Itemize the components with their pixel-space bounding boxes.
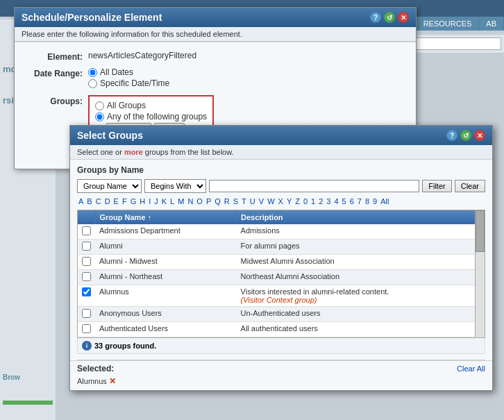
- alpha-B[interactable]: B: [85, 197, 93, 205]
- specific-date-option[interactable]: Specific Date/Time: [88, 78, 405, 88]
- alpha-8[interactable]: 8: [364, 197, 371, 205]
- alpha-Y[interactable]: Y: [285, 197, 293, 205]
- alpha-M[interactable]: M: [176, 197, 185, 205]
- alpha-U[interactable]: U: [249, 197, 257, 205]
- element-label: Element:: [26, 51, 88, 62]
- all-dates-option[interactable]: All Dates: [88, 67, 405, 77]
- alpha-A[interactable]: A: [77, 197, 85, 205]
- remove-tag-button[interactable]: ✕: [109, 376, 116, 386]
- groups-refresh-icon[interactable]: ↺: [460, 130, 471, 141]
- element-name: newsArticlesCategoryFiltered: [88, 51, 196, 60]
- table-row[interactable]: Anonymous UsersUn-Authenticated users: [78, 307, 485, 322]
- any-groups-radio[interactable]: [95, 112, 104, 121]
- filter-field-select[interactable]: Group Name: [77, 179, 142, 193]
- schedule-refresh-icon[interactable]: ↺: [384, 12, 395, 23]
- bg-nav-resources: RESOURCES: [417, 17, 480, 31]
- alpha-Z[interactable]: Z: [294, 197, 301, 205]
- alpha-J[interactable]: J: [153, 197, 160, 205]
- table-row[interactable]: AlumniFor alumni pages: [78, 240, 485, 255]
- row-checkbox[interactable]: [82, 272, 91, 281]
- all-groups-radio[interactable]: [95, 101, 104, 110]
- alpha-O[interactable]: O: [195, 197, 204, 205]
- scrollbar[interactable]: [475, 210, 485, 337]
- alpha-3[interactable]: 3: [325, 197, 332, 205]
- alpha-9[interactable]: 9: [371, 197, 378, 205]
- alpha-6[interactable]: 6: [348, 197, 355, 205]
- clear-all-link[interactable]: Clear All: [457, 364, 485, 373]
- alpha-7[interactable]: 7: [356, 197, 363, 205]
- filter-clear-button[interactable]: Clear: [455, 180, 485, 192]
- row-checkbox[interactable]: [82, 309, 91, 318]
- table-row[interactable]: Alumni - NortheastNortheast Alumni Assoc…: [78, 270, 485, 285]
- row-description: All authenticated users: [237, 322, 485, 337]
- alpha-E[interactable]: E: [112, 197, 120, 205]
- alpha-N[interactable]: N: [186, 197, 194, 205]
- alpha-F[interactable]: F: [121, 197, 128, 205]
- table-row[interactable]: Alumni - MidwestMidwest Alumni Associati…: [78, 255, 485, 270]
- filter-input[interactable]: [209, 180, 419, 192]
- schedule-modal-icons: ? ↺ ✕: [370, 12, 409, 23]
- table-row[interactable]: Authenticated UsersAll authenticated use…: [78, 322, 485, 337]
- alpha-V[interactable]: V: [258, 197, 265, 205]
- schedule-close-icon[interactable]: ✕: [398, 12, 409, 23]
- selected-header: Selected: Clear All: [77, 364, 485, 373]
- alpha-R[interactable]: R: [223, 197, 231, 205]
- specific-date-radio[interactable]: [88, 79, 97, 88]
- alpha-L[interactable]: L: [169, 197, 176, 205]
- info-icon: i: [82, 341, 92, 351]
- filter-button[interactable]: Filter: [422, 180, 451, 192]
- row-checkbox-cell[interactable]: [78, 285, 95, 307]
- filter-operator-select[interactable]: Begins With: [144, 179, 206, 193]
- row-checkbox[interactable]: [82, 257, 91, 266]
- alpha-I[interactable]: I: [147, 197, 152, 205]
- row-checkbox-cell[interactable]: [78, 224, 95, 240]
- alpha-1[interactable]: 1: [310, 197, 317, 205]
- table-row[interactable]: AlumnusVisitors interested in alumni-rel…: [78, 285, 485, 307]
- row-checkbox[interactable]: [82, 287, 91, 296]
- row-checkbox[interactable]: [82, 242, 91, 251]
- filter-row: Group Name Begins With Filter Clear: [77, 179, 485, 193]
- col-header-name[interactable]: Group Name ↑: [95, 210, 237, 224]
- alpha-H[interactable]: H: [138, 197, 146, 205]
- groups-section-title: Groups by Name: [77, 165, 485, 175]
- alpha-D[interactable]: D: [103, 197, 112, 205]
- row-group-name: Authenticated Users: [95, 322, 237, 337]
- alpha-links-row: A B C D E F G H I J K L M N O P Q R S T …: [77, 197, 485, 205]
- all-groups-option[interactable]: All Groups: [95, 101, 207, 110]
- table-row[interactable]: Admissions DepartmentAdmissions: [78, 224, 485, 240]
- alpha-all[interactable]: All: [379, 197, 390, 205]
- row-checkbox-cell[interactable]: [78, 322, 95, 337]
- alpha-2[interactable]: 2: [317, 197, 324, 205]
- alpha-T[interactable]: T: [240, 197, 248, 205]
- schedule-help-icon[interactable]: ?: [370, 12, 381, 23]
- row-checkbox[interactable]: [82, 324, 91, 333]
- row-checkbox-cell[interactable]: [78, 240, 95, 255]
- alpha-K[interactable]: K: [160, 197, 168, 205]
- groups-help-icon[interactable]: ?: [446, 130, 457, 141]
- row-checkbox-cell[interactable]: [78, 270, 95, 285]
- schedule-modal-header: Schedule/Personalize Element ? ↺ ✕: [15, 8, 416, 27]
- alpha-W[interactable]: W: [266, 197, 276, 205]
- col-header-description: Description: [237, 210, 485, 224]
- row-checkbox-cell[interactable]: [78, 307, 95, 322]
- alpha-P[interactable]: P: [205, 197, 212, 205]
- row-group-name: Alumni: [95, 240, 237, 255]
- any-groups-option[interactable]: Any of the following groups: [95, 112, 207, 121]
- alpha-X[interactable]: X: [277, 197, 285, 205]
- selected-tag: Alumnus ✕: [77, 376, 116, 386]
- alpha-5[interactable]: 5: [341, 197, 348, 205]
- alpha-S[interactable]: S: [232, 197, 240, 205]
- alpha-G[interactable]: G: [129, 197, 138, 205]
- row-checkbox[interactable]: [82, 226, 91, 235]
- all-dates-radio[interactable]: [88, 68, 97, 77]
- alpha-Q[interactable]: Q: [213, 197, 222, 205]
- alpha-0[interactable]: 0: [302, 197, 309, 205]
- groups-close-icon[interactable]: ✕: [474, 130, 485, 141]
- date-range-label: Date Range:: [26, 67, 88, 78]
- scroll-thumb[interactable]: [476, 210, 485, 252]
- groups-modal-title: Select Groups: [77, 130, 143, 141]
- alpha-4[interactable]: 4: [333, 197, 339, 205]
- alpha-C[interactable]: C: [94, 197, 103, 205]
- row-checkbox-cell[interactable]: [78, 255, 95, 270]
- visitor-context-label: (Visitor Context group): [241, 296, 317, 304]
